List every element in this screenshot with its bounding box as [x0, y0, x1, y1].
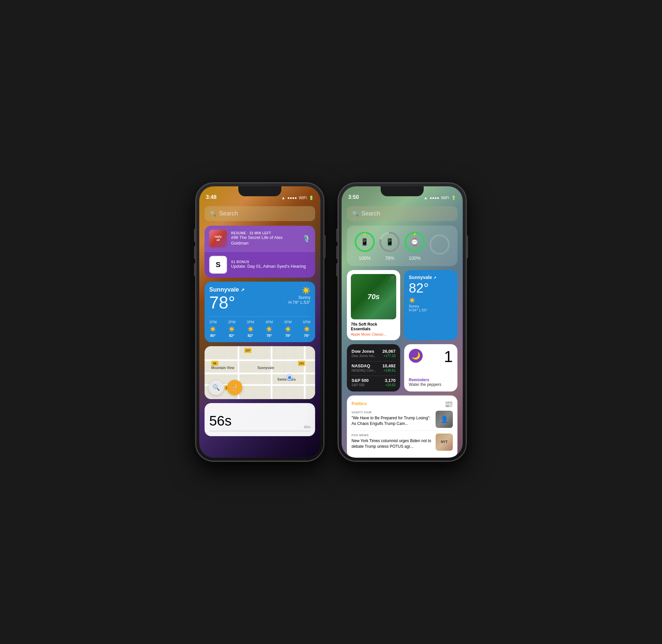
weather-hl-left: H:78° L:53°: [288, 300, 311, 305]
stock-nasdaq: NASDAQ NASDAQ Com... 10,492 +148.61: [351, 363, 395, 372]
apple-news-icon: 📰: [444, 400, 453, 408]
podcast-title-2: Update: Day 01, Adnan Syed's Hearing: [231, 264, 311, 269]
news-source-1: VANITY FAIR: [351, 411, 432, 414]
stock-nasdaq-full: NASDAQ Com...: [351, 369, 376, 372]
status-time-right: 3:50: [348, 194, 359, 200]
stock-sp-price: 3,170: [385, 378, 395, 383]
search-bar-left[interactable]: 🔍 Search: [205, 206, 315, 221]
timer-widget[interactable]: 56s 60m: [205, 403, 315, 436]
podcast-thumb-2: S: [209, 256, 227, 274]
stock-dow: Dow Jones Dow Jones Ind... 26,067 +177.1…: [351, 349, 395, 358]
music-widget[interactable]: 70s 🎵 70s Soft Rock Essentials Apple Mus…: [347, 270, 400, 340]
phone-right: 3:50 ▲ ●●●● WiFi 🔋 🔍 Search: [338, 182, 467, 462]
stocks-widget[interactable]: Dow Jones Dow Jones Ind... 26,067 +177.1…: [347, 344, 400, 391]
reminders-widget[interactable]: 🌙 1 Reminders Water the peppers: [404, 344, 457, 391]
weather-widget-right[interactable]: Sunnyvale ↗ 82° ☀️ Sunny H:84° L:55°: [404, 270, 457, 340]
search-icon-right: 🔍: [352, 210, 359, 217]
stock-sp: S&P 500 S&P 500 3,170 +24.62: [351, 378, 395, 387]
news-item-2[interactable]: FOX NEWS New York Times columnist urges …: [351, 431, 453, 453]
podcast-widget[interactable]: replyall RESUME · 32 MIN LEFT #96 The Se…: [205, 226, 315, 278]
weather-sm-cond: Sunny: [409, 304, 453, 308]
reminders-icon: 🌙: [409, 349, 423, 363]
battery-pct-3: 100%: [409, 255, 421, 261]
search-label-left: Search: [219, 210, 238, 217]
battery-watch: ⌚ ⚡ 100%: [404, 231, 426, 261]
search-bar-right[interactable]: 🔍 Search: [347, 206, 457, 221]
stock-dow-change: +177.10: [382, 354, 395, 358]
weather-widget-left[interactable]: Sunnyvale ↗ 78° ☀️ Sunny H:78° L:53° 1PM…: [205, 282, 315, 342]
search-label-right: Search: [362, 210, 380, 217]
reminders-count: 1: [444, 349, 453, 365]
podcast-meta-1: RESUME · 32 MIN LEFT: [231, 231, 298, 235]
stock-sp-full: S&P 500: [351, 383, 369, 387]
stock-sp-name: S&P 500: [351, 378, 369, 383]
map-controls[interactable]: 🔍 🍴: [208, 380, 242, 395]
widget-grid-music-weather: 70s 🎵 70s Soft Rock Essentials Apple Mus…: [347, 270, 457, 340]
podcast-info-2: S1 BONUS Update: Day 01, Adnan Syed's He…: [231, 260, 311, 269]
map-label-sc: Santa Clara: [277, 377, 296, 381]
map-label-mv: Mountain View: [211, 366, 234, 370]
news-headline-1: "We Have to Be Prepared for Trump Losing…: [351, 415, 432, 427]
timer-value: 56s: [209, 414, 311, 428]
map-label-sv: Sunnyvale: [257, 366, 274, 370]
reminders-task: Water the peppers: [409, 382, 453, 387]
news-item-1[interactable]: VANITY FAIR "We Have to Be Prepared for …: [351, 408, 453, 431]
stock-nasdaq-change: +148.61: [382, 369, 395, 372]
podcast-info-1: RESUME · 32 MIN LEFT #96 The Secret Life…: [231, 231, 298, 246]
search-icon-left: 🔍: [210, 210, 216, 217]
weather-sm-icon: ☀️: [409, 297, 453, 303]
music-album-art: 70s 🎵: [351, 274, 396, 319]
status-icons-right: ▲ ●●●● WiFi 🔋: [424, 196, 456, 200]
battery-icon-2: 📱: [386, 238, 394, 246]
map-food-button[interactable]: 🍴: [227, 380, 242, 395]
weather-sm-temp: 82°: [409, 281, 453, 295]
weather-sm-hl: H:84° L:55°: [409, 308, 453, 312]
weather-temp-left: 78°: [209, 294, 245, 311]
music-title: 70s Soft Rock Essentials: [351, 322, 396, 331]
stock-sp-change: +24.62: [385, 383, 395, 387]
battery-empty: [429, 234, 451, 258]
stock-dow-price: 26,067: [382, 349, 395, 354]
svg-point-6: [430, 235, 449, 254]
widget-grid-stocks-reminders: Dow Jones Dow Jones Ind... 26,067 +177.1…: [347, 344, 457, 391]
podcast-item-2[interactable]: S S1 BONUS Update: Day 01, Adnan Syed's …: [205, 252, 315, 278]
podcast-meta-2: S1 BONUS: [231, 260, 311, 264]
weather-location-left: Sunnyvale ↗: [209, 286, 245, 293]
map-location-dot: [287, 375, 292, 380]
stock-nasdaq-price: 10,492: [382, 363, 395, 368]
weather-condition-left: Sunny: [288, 295, 311, 300]
battery-iphone-2: 📱 78%: [379, 231, 401, 261]
music-subtitle: Apple Music Classic...: [351, 332, 396, 336]
stock-dow-name: Dow Jones: [351, 349, 376, 354]
battery-widget[interactable]: 📱 ⚡ 100% 📱 78%: [347, 226, 457, 266]
podcast-title-1: #96 The Secret Life of Alex Goldman: [231, 235, 298, 246]
news-widget[interactable]: Politics 📰 VANITY FAIR "We Have to Be Pr…: [347, 395, 457, 458]
map-search-button[interactable]: 🔍: [208, 380, 224, 395]
weather-hourly-left: 1PM☀️80° 2PM☀️82° 3PM☀️82° 4PM☀️78° 5PM☀…: [209, 316, 311, 338]
phone-left: 3:48 ▲ ●●●● WiFi 🔋 🔍 Search replyall: [195, 182, 324, 462]
reminders-label: Reminders: [409, 377, 453, 382]
battery-icon-3: ⌚: [410, 238, 419, 246]
stock-dow-full: Dow Jones Ind...: [351, 354, 376, 358]
weather-sm-location: Sunnyvale ↗: [409, 275, 453, 280]
podcasts-icon: 🎙️: [302, 235, 311, 243]
news-headline-2: New York Times columnist urges Biden not…: [351, 438, 432, 450]
battery-iphone-1: 📱 ⚡ 100%: [354, 231, 376, 261]
battery-icon-1: 📱: [361, 238, 369, 246]
podcast-thumb-1: replyall: [209, 230, 227, 248]
timer-end-label: 60m: [304, 425, 311, 429]
podcast-item-1[interactable]: replyall RESUME · 32 MIN LEFT #96 The Se…: [205, 226, 315, 252]
status-icons-left: ▲ ●●●● WiFi 🔋: [281, 196, 314, 200]
news-thumb-1: 👤: [436, 411, 453, 428]
status-time-left: 3:48: [206, 194, 216, 200]
battery-pct-2: 78%: [385, 255, 394, 261]
news-category: Politics: [351, 401, 367, 406]
news-source-2: FOX NEWS: [351, 434, 432, 437]
news-thumb-2: NYT: [436, 434, 453, 451]
timer-progress: 60m: [209, 431, 311, 432]
battery-pct-1: 100%: [359, 255, 371, 261]
stock-nasdaq-name: NASDAQ: [351, 363, 376, 368]
map-widget[interactable]: 85 237 101 280 Mountain View Sunnyvale S…: [205, 346, 315, 399]
